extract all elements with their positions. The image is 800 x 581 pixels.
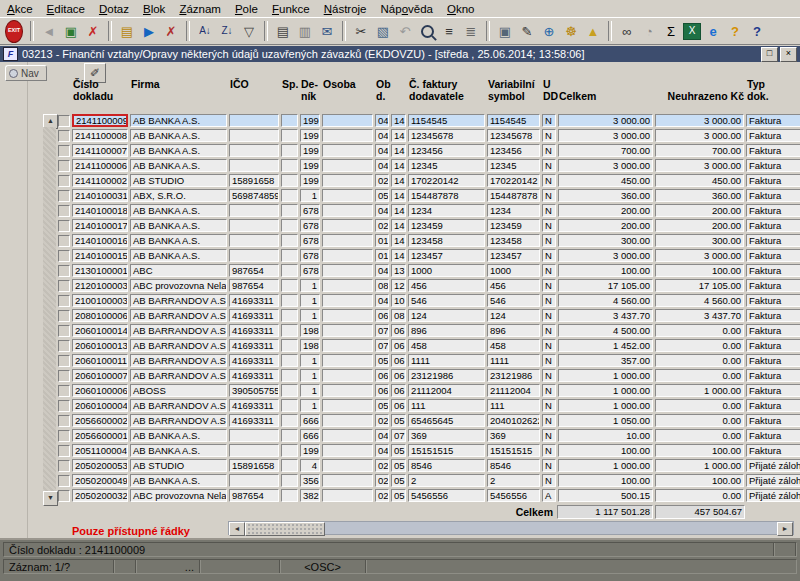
delete-record-icon[interactable]: ✗ — [83, 21, 103, 41]
row-checkbox[interactable] — [58, 250, 70, 262]
grid-cell[interactable] — [229, 429, 279, 442]
grid-cell[interactable] — [281, 294, 298, 307]
grid-cell[interactable]: 546 — [487, 294, 540, 307]
grid-cell[interactable]: 2050200049 — [72, 474, 128, 487]
grid-cell[interactable] — [281, 159, 298, 172]
grid-cell[interactable]: 2050200032 — [72, 489, 128, 502]
grid-cell[interactable]: 111 — [408, 399, 485, 412]
grid-cell[interactable]: 04 — [375, 429, 389, 442]
grid-cell[interactable] — [322, 294, 373, 307]
grid-cell[interactable]: 12345 — [487, 159, 540, 172]
grid-cell[interactable]: AB BANKA A.S. — [130, 474, 227, 487]
grid-cell[interactable]: N — [542, 459, 556, 472]
grid-cell[interactable]: N — [542, 219, 556, 232]
grid-cell[interactable]: 5456556 — [408, 489, 485, 502]
row-checkbox[interactable] — [58, 460, 70, 472]
grid-cell[interactable]: Faktura — [746, 234, 800, 247]
grid-cell[interactable] — [229, 204, 279, 217]
grid-cell[interactable] — [322, 219, 373, 232]
grid-cell[interactable]: 896 — [408, 324, 485, 337]
grid-cell[interactable]: 4 — [300, 459, 320, 472]
grid-cell[interactable]: 456 — [487, 279, 540, 292]
grid-cell[interactable]: Faktura — [746, 339, 800, 352]
grid-cell[interactable]: N — [542, 204, 556, 217]
grid-cell[interactable]: 100.00 — [558, 474, 653, 487]
grid-cell[interactable]: AB BANKA A.S. — [130, 159, 227, 172]
grid-cell[interactable]: 14 — [391, 174, 406, 187]
cancel-folder-icon[interactable]: ✗ — [161, 21, 181, 41]
grid-cell[interactable] — [281, 219, 298, 232]
list-values-icon[interactable]: ≡ — [439, 21, 459, 41]
grid-cell[interactable]: 02 — [375, 219, 389, 232]
grid-cell[interactable] — [281, 114, 298, 127]
grid-cell[interactable]: 10.00 — [558, 429, 653, 442]
grid-cell[interactable]: N — [542, 369, 556, 382]
grid-cell[interactable]: Přijaté záloh — [746, 459, 800, 472]
grid-cell[interactable]: 199 — [300, 129, 320, 142]
grid-cell[interactable]: 04 — [375, 204, 389, 217]
grid-cell[interactable]: 700.00 — [558, 144, 653, 157]
grid-cell[interactable] — [322, 144, 373, 157]
grid-cell[interactable]: 678 — [300, 234, 320, 247]
grid-cell[interactable]: N — [542, 249, 556, 262]
cut-icon[interactable]: ✂ — [351, 21, 371, 41]
row-checkbox[interactable] — [58, 175, 70, 187]
grid-cell[interactable]: 390505755 — [229, 384, 279, 397]
grid-cell[interactable]: Faktura — [746, 249, 800, 262]
menu-item-akce[interactable]: Akce — [0, 2, 40, 16]
grid-cell[interactable]: 100.00 — [558, 444, 653, 457]
grid-cell[interactable] — [281, 234, 298, 247]
grid-cell[interactable]: 14 — [391, 249, 406, 262]
grid-cell[interactable]: 3 000.00 — [655, 159, 744, 172]
grid-cell[interactable]: 14 — [391, 114, 406, 127]
grid-cell[interactable] — [229, 249, 279, 262]
grid-cell[interactable]: 02 — [375, 459, 389, 472]
grid-cell[interactable]: 41693311 — [229, 399, 279, 412]
grid-cell[interactable] — [281, 384, 298, 397]
grid-cell[interactable]: 123456 — [408, 144, 485, 157]
row-checkbox[interactable] — [58, 355, 70, 367]
grid-cell[interactable]: 1 — [300, 369, 320, 382]
grid-cell[interactable] — [322, 249, 373, 262]
grid-cell[interactable]: N — [542, 234, 556, 247]
grid-cell[interactable]: AB BARRANDOV A.S. — [130, 339, 227, 352]
grid-cell[interactable]: 5456556 — [487, 489, 540, 502]
grid-cell[interactable]: ABC provozovna Nelahoz — [130, 279, 227, 292]
grid-cell[interactable] — [322, 174, 373, 187]
grid-cell[interactable]: Faktura — [746, 429, 800, 442]
grid-cell[interactable]: 369 — [487, 429, 540, 442]
grid-cell[interactable]: AB BARRANDOV A.S. — [130, 309, 227, 322]
grid-cell[interactable]: A — [542, 489, 556, 502]
grid-cell[interactable]: N — [542, 354, 556, 367]
grid-cell[interactable]: 1000 — [408, 264, 485, 277]
grid-cell[interactable]: 2140100018 — [72, 204, 128, 217]
grid-cell[interactable]: 154487878 — [408, 189, 485, 202]
grid-cell[interactable]: Faktura — [746, 264, 800, 277]
grid-cell[interactable]: Faktura — [746, 174, 800, 187]
grid-cell[interactable]: N — [542, 474, 556, 487]
grid-cell[interactable]: 04 — [375, 264, 389, 277]
grid-cell[interactable]: 04 — [375, 294, 389, 307]
menu-item-dotaz[interactable]: Dotaz — [92, 2, 136, 16]
row-checkbox[interactable] — [58, 475, 70, 487]
grid-cell[interactable] — [281, 354, 298, 367]
grid-cell[interactable]: 15151515 — [487, 444, 540, 457]
grid-cell[interactable]: AB BANKA A.S. — [130, 129, 227, 142]
grid-cell[interactable]: 666 — [300, 414, 320, 427]
grid-cell[interactable]: 123458 — [487, 234, 540, 247]
grid-cell[interactable]: AB BANKA A.S. — [130, 249, 227, 262]
grid-cell[interactable]: AB BARRANDOV A.S. — [130, 414, 227, 427]
grid-cell[interactable]: 14 — [391, 219, 406, 232]
grid-cell[interactable] — [281, 324, 298, 337]
grid-cell[interactable]: Faktura — [746, 144, 800, 157]
help-money-icon[interactable]: ? — [725, 21, 745, 41]
row-checkbox[interactable] — [58, 280, 70, 292]
print-preview-icon[interactable]: ▥ — [295, 21, 315, 41]
grid-cell[interactable]: 678 — [300, 264, 320, 277]
grid-cell[interactable]: 200.00 — [655, 219, 744, 232]
grid-cell[interactable]: 04 — [375, 444, 389, 457]
grid-cell[interactable]: 4 560.00 — [655, 294, 744, 307]
grid-cell[interactable]: 04 — [375, 129, 389, 142]
grid-cell[interactable]: AB STUDIO — [130, 459, 227, 472]
grid-cell[interactable]: 0.00 — [655, 324, 744, 337]
